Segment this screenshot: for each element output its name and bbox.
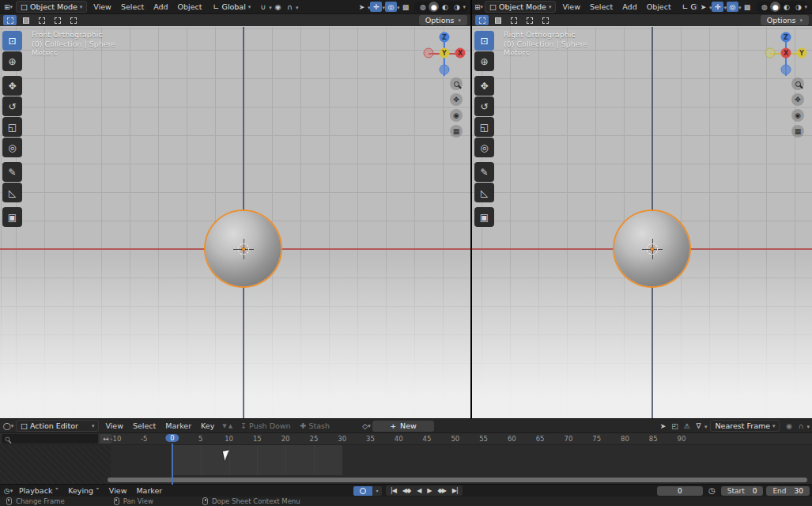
select-mode-3-icon[interactable] — [523, 15, 536, 25]
menu-view[interactable]: View — [89, 2, 116, 11]
menu-marker[interactable]: Marker — [161, 421, 196, 430]
mode-dropdown[interactable]: □Object Mode▾ — [485, 1, 556, 13]
menu-view[interactable]: View — [100, 421, 128, 430]
toggle-perspective-icon[interactable]: ▦ — [450, 125, 463, 138]
tool-annotate[interactable]: ✎ — [2, 162, 22, 182]
only-show-selected-icon[interactable]: ➤ — [657, 421, 669, 431]
tool-move[interactable]: ✥ — [474, 76, 494, 96]
navigation-gizmo[interactable]: ZXY — [768, 30, 804, 79]
zoom-icon[interactable] — [450, 77, 463, 90]
proportional-editing-icon[interactable]: ◉ — [783, 421, 795, 431]
snapping-magnet-icon[interactable]: ∪ — [257, 2, 269, 12]
show-gizmo-icon[interactable]: ✛ — [370, 2, 382, 12]
select-mode-0-icon[interactable] — [475, 15, 489, 25]
zoom-icon[interactable] — [791, 77, 804, 90]
select-mode-4-icon[interactable] — [66, 15, 80, 25]
menu-add[interactable]: Add — [149, 2, 172, 11]
menu-select[interactable]: Select — [116, 2, 149, 11]
shading-rendered-icon[interactable]: ◑ — [451, 2, 463, 12]
shading-wireframe-icon[interactable]: ◍ — [758, 2, 770, 12]
tool-add-cube[interactable]: ▣ — [474, 207, 494, 227]
toggle-xray-icon[interactable]: ▩ — [741, 2, 753, 12]
gizmo-axis-x-neg[interactable] — [424, 48, 434, 59]
tool-transform[interactable]: ◎ — [2, 138, 22, 157]
shading-dropdown-icon[interactable]: ▾ — [804, 4, 807, 10]
viewport-front-canvas[interactable]: Front Orthographic (0) Collection | Sphe… — [0, 27, 470, 418]
jump-to-end-button[interactable]: ▶| — [449, 487, 461, 494]
show-overlays-icon[interactable]: ◎ — [727, 2, 738, 12]
tool-add-cube[interactable]: ▣ — [2, 207, 22, 227]
menu-select[interactable]: Select — [585, 2, 617, 11]
camera-view-icon[interactable]: ◉ — [791, 109, 804, 122]
gizmo-axis-y-neg[interactable] — [765, 48, 776, 59]
ruler-tick-20[interactable]: 20 — [281, 435, 290, 443]
horizontal-scrollbar[interactable] — [108, 478, 807, 482]
gizmo-axis-x[interactable]: X — [781, 48, 791, 59]
browse-action-down-icon[interactable]: ▼ — [222, 423, 226, 429]
editor-type-icon[interactable]: ⊞▾ — [474, 2, 483, 12]
select-mode-1-icon[interactable] — [491, 15, 504, 25]
ruler-tick--10[interactable]: -10 — [110, 435, 121, 443]
ruler-tick-70[interactable]: 70 — [564, 435, 572, 443]
end-frame-field[interactable]: End30 — [766, 486, 810, 496]
tool-move[interactable]: ✥ — [2, 76, 22, 96]
tool-cursor[interactable]: ⊕ — [2, 51, 22, 71]
gizmo-axis-y[interactable]: Y — [440, 48, 450, 59]
previous-keyframe-button[interactable]: ◀◆ — [399, 487, 414, 494]
viewport-right-canvas[interactable]: Right Orthographic (0) Collection | Sphe… — [472, 27, 812, 418]
browse-action-up-icon[interactable]: ▲ — [228, 423, 232, 429]
ruler-tick-45[interactable]: 45 — [423, 435, 432, 443]
gizmo-axis-z-pos[interactable]: Z — [440, 32, 450, 43]
mode-dropdown[interactable]: □Object Mode▾ — [16, 1, 87, 13]
show-hidden-icon[interactable]: ◰ — [669, 421, 681, 431]
tool-measure[interactable]: ◺ — [474, 183, 494, 202]
current-frame-field[interactable]: 0 — [657, 486, 703, 496]
menu-select[interactable]: Select — [128, 421, 161, 430]
play-button[interactable]: ▶ — [424, 487, 434, 494]
object-type-visibility-icon[interactable]: ➤ — [697, 2, 709, 12]
camera-view-icon[interactable]: ◉ — [450, 109, 463, 122]
ruler-tick-30[interactable]: 30 — [338, 435, 346, 443]
start-frame-field[interactable]: Start0 — [721, 486, 764, 496]
channel-list-region[interactable] — [0, 445, 111, 485]
tool-select-box[interactable]: ⊡ — [474, 31, 494, 51]
ruler-tick-35[interactable]: 35 — [366, 435, 375, 443]
shading-dropdown-icon[interactable]: ▾ — [463, 4, 466, 10]
ruler-tick-5[interactable]: 5 — [198, 435, 202, 443]
stopwatch-icon[interactable]: ◷ — [708, 486, 716, 495]
play-reverse-button[interactable]: ◀ — [414, 487, 424, 494]
shading-material-icon[interactable]: ◐ — [780, 2, 792, 12]
tool-select-box[interactable]: ⊡ — [2, 31, 22, 51]
gizmo-axis-z-pos[interactable]: Z — [781, 32, 791, 43]
menu-keying[interactable]: Keying ˅ — [63, 486, 104, 495]
action-datablock-icon[interactable]: ◇▾ — [361, 421, 372, 431]
pan-hand-icon[interactable]: ✥ — [791, 93, 804, 106]
shading-solid-icon[interactable]: ● — [770, 2, 780, 12]
transform-orientation-dropdown[interactable]: ∟Global▾ — [209, 1, 256, 13]
dope-sheet-tracks[interactable] — [0, 445, 812, 485]
falloff-curve-icon-dropdown[interactable]: ▾ — [806, 424, 810, 430]
ruler-tick-40[interactable]: 40 — [395, 435, 403, 443]
ruler-tick-65[interactable]: 65 — [536, 435, 545, 443]
tool-cursor[interactable]: ⊕ — [474, 51, 494, 71]
menu-add[interactable]: Add — [617, 2, 641, 11]
editor-type-icon[interactable]: ◯▾ — [2, 421, 14, 431]
tool-measure[interactable]: ◺ — [2, 183, 22, 202]
toggle-xray-icon[interactable]: ▩ — [399, 2, 411, 12]
falloff-curve-icon-dropdown[interactable]: ▾ — [296, 5, 299, 11]
new-action-button[interactable]: +New — [372, 421, 434, 432]
push-down-button[interactable]: ↧Push Down — [236, 421, 295, 430]
gizmo-axis-y-pos[interactable]: Y — [797, 48, 807, 59]
ruler-tick-80[interactable]: 80 — [621, 435, 629, 443]
timeline-ruler[interactable]: ↔ -10-5051015202530354045505560657075808… — [0, 433, 812, 445]
ruler-tick-10[interactable]: 10 — [225, 435, 233, 443]
editor-type-icon[interactable]: ⊞▾ — [2, 2, 14, 12]
pan-hand-icon[interactable]: ✥ — [450, 93, 463, 106]
ruler-tick-75[interactable]: 75 — [592, 435, 601, 443]
menu-marker[interactable]: Marker — [131, 486, 167, 495]
select-mode-2-icon[interactable] — [507, 15, 520, 25]
select-mode-1-icon[interactable] — [19, 15, 32, 25]
jump-to-start-button[interactable]: |◀ — [387, 487, 399, 494]
ruler-tick-90[interactable]: 90 — [678, 435, 686, 443]
ruler-tick--5[interactable]: -5 — [141, 435, 147, 443]
